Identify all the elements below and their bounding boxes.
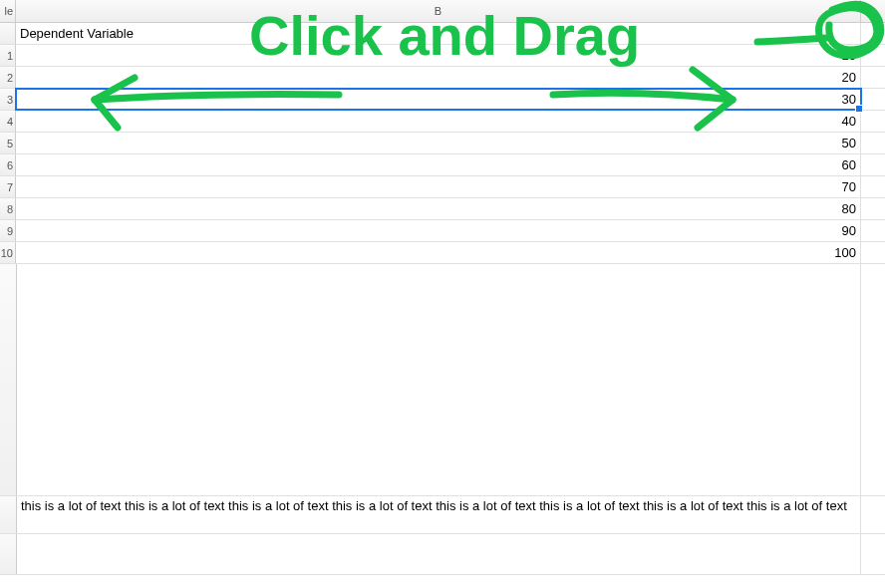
row-header[interactable]: 9 (0, 220, 16, 241)
cell-b-filler[interactable] (17, 534, 861, 574)
cell-c-header[interactable] (861, 23, 885, 44)
cell-c[interactable] (861, 154, 885, 175)
long-text-value: this is a lot of text this is a lot of t… (21, 498, 847, 514)
table-row-longtext: this is a lot of text this is a lot of t… (0, 496, 885, 534)
cell-c[interactable] (861, 264, 885, 495)
table-row: 1 10 (0, 45, 885, 67)
cell-b-longtext[interactable]: this is a lot of text this is a lot of t… (17, 496, 861, 533)
cell-b-selected[interactable]: 30 (16, 89, 861, 110)
cell-c[interactable] (861, 534, 885, 574)
cell-value: 30 (842, 92, 856, 107)
cell-value: 50 (842, 136, 856, 150)
row-header[interactable]: 2 (0, 67, 16, 88)
row-header[interactable]: 4 (0, 111, 16, 132)
cell-c[interactable] (861, 496, 885, 533)
cell-value: 100 (834, 245, 856, 260)
row-header[interactable]: 7 (0, 176, 16, 197)
table-row-filler (0, 534, 885, 575)
table-row: 7 70 (0, 176, 885, 198)
table-row: 10 100 (0, 242, 885, 264)
cell-b-tall-blank[interactable] (17, 264, 861, 495)
cell-c[interactable] (861, 133, 885, 153)
cell-value: 80 (842, 201, 856, 216)
cell-c[interactable] (861, 111, 885, 132)
column-header-a-partial[interactable]: le (0, 0, 16, 22)
table-row-tall-blank (0, 264, 885, 496)
selection-fill-handle[interactable] (855, 105, 863, 113)
column-header-b-label: B (435, 5, 442, 17)
table-row: 4 40 (0, 111, 885, 133)
table-row-selected: 3 30 (0, 89, 885, 111)
grid-header-row: Dependent Variable (0, 23, 885, 45)
cell-b[interactable]: 40 (16, 111, 861, 132)
column-header-b[interactable]: B (16, 0, 861, 22)
cell-value: 70 (842, 179, 856, 194)
cell-b[interactable]: 70 (16, 176, 861, 197)
cell-b[interactable]: 100 (16, 242, 861, 263)
row-header[interactable]: 10 (0, 242, 16, 263)
row-header[interactable]: 1 (0, 45, 16, 66)
row-header[interactable]: 8 (0, 198, 16, 219)
cell-b[interactable]: 80 (16, 198, 861, 219)
cell-b-header-text: Dependent Variable (20, 26, 134, 41)
cell-b[interactable]: 10 (16, 45, 861, 66)
cell-value: 10 (842, 48, 856, 63)
row-header-blank[interactable] (0, 23, 16, 44)
cell-c[interactable] (861, 220, 885, 241)
row-header-tall[interactable] (0, 264, 17, 495)
cell-c[interactable] (861, 198, 885, 219)
row-header-filler[interactable] (0, 534, 17, 574)
column-header-c-partial[interactable] (861, 0, 885, 22)
table-row: 6 60 (0, 154, 885, 176)
cell-b[interactable]: 90 (16, 220, 861, 241)
cell-b-header[interactable]: Dependent Variable (16, 23, 861, 44)
cell-b[interactable]: 50 (16, 133, 861, 153)
row-header[interactable]: 5 (0, 133, 16, 153)
cell-c[interactable] (861, 45, 885, 66)
cell-value: 60 (842, 157, 856, 172)
cell-b[interactable]: 20 (16, 67, 861, 88)
spreadsheet-grid: Dependent Variable 1 10 2 20 3 30 4 40 5… (0, 23, 885, 575)
cell-b[interactable]: 60 (16, 154, 861, 175)
cell-value: 40 (842, 114, 856, 129)
row-header-longtext[interactable] (0, 496, 17, 533)
table-row: 2 20 (0, 67, 885, 89)
cell-value: 90 (842, 223, 856, 238)
cell-c[interactable] (861, 89, 885, 110)
row-header[interactable]: 6 (0, 154, 16, 175)
cell-c[interactable] (861, 242, 885, 263)
column-header-row: le B (0, 0, 885, 23)
row-header[interactable]: 3 (0, 89, 16, 110)
cell-value: 20 (842, 70, 856, 85)
table-row: 5 50 (0, 133, 885, 154)
cell-c[interactable] (861, 176, 885, 197)
table-row: 8 80 (0, 198, 885, 220)
table-row: 9 90 (0, 220, 885, 242)
cell-c[interactable] (861, 67, 885, 88)
